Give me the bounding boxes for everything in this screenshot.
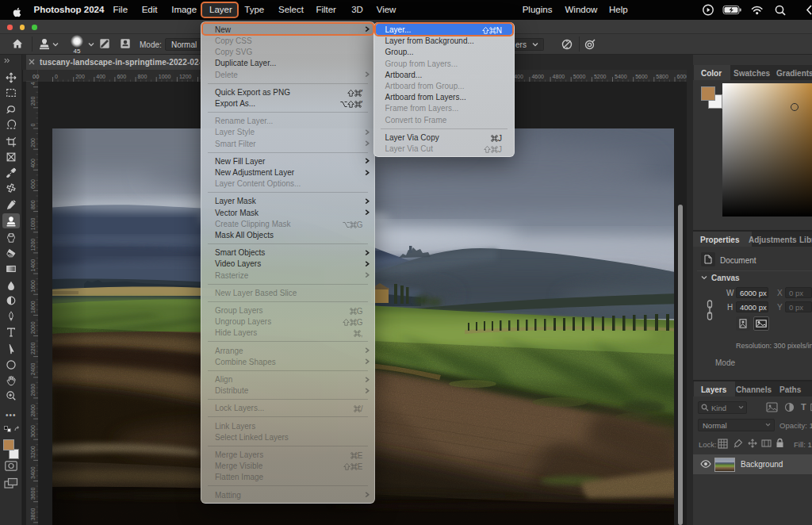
svg-text:4800: 4800	[553, 74, 565, 79]
svg-text:400: 400	[30, 159, 36, 168]
svg-text:400: 400	[96, 74, 105, 79]
svg-text:3800: 3800	[30, 508, 36, 521]
svg-text:0: 0	[30, 124, 36, 127]
svg-text:1200: 1200	[179, 74, 192, 79]
svg-text:600: 600	[30, 179, 36, 189]
svg-text:2000: 2000	[30, 321, 36, 334]
svg-text:800: 800	[138, 74, 147, 79]
svg-text:0: 0	[55, 74, 58, 79]
svg-text:1200: 1200	[30, 239, 36, 251]
svg-text:800: 800	[30, 200, 36, 209]
svg-text:1600: 1600	[30, 280, 36, 293]
svg-text:5400: 5400	[615, 74, 627, 79]
svg-text:3400: 3400	[30, 466, 36, 479]
svg-text:5000: 5000	[573, 74, 586, 79]
svg-text:200: 200	[30, 97, 36, 106]
svg-text:200: 200	[30, 138, 36, 148]
svg-text:1800: 1800	[30, 301, 36, 313]
svg-text:1000: 1000	[30, 218, 36, 231]
svg-text:1000: 1000	[159, 74, 171, 79]
svg-text:2200: 2200	[30, 342, 36, 354]
svg-text:1400: 1400	[30, 259, 36, 272]
svg-text:5600: 5600	[635, 74, 648, 79]
svg-text:2800: 2800	[30, 404, 36, 417]
svg-text:3600: 3600	[30, 488, 36, 500]
svg-text:2600: 2600	[30, 384, 36, 397]
svg-text:600: 600	[117, 74, 126, 79]
svg-text:3200: 3200	[30, 446, 36, 458]
svg-text:2400: 2400	[30, 363, 36, 376]
svg-text:200: 200	[75, 74, 85, 79]
svg-text:3000: 3000	[30, 425, 36, 438]
svg-text:4600: 4600	[531, 74, 544, 79]
svg-text:6000: 6000	[677, 74, 688, 79]
svg-text:5200: 5200	[594, 74, 607, 79]
svg-text:5800: 5800	[656, 74, 668, 79]
